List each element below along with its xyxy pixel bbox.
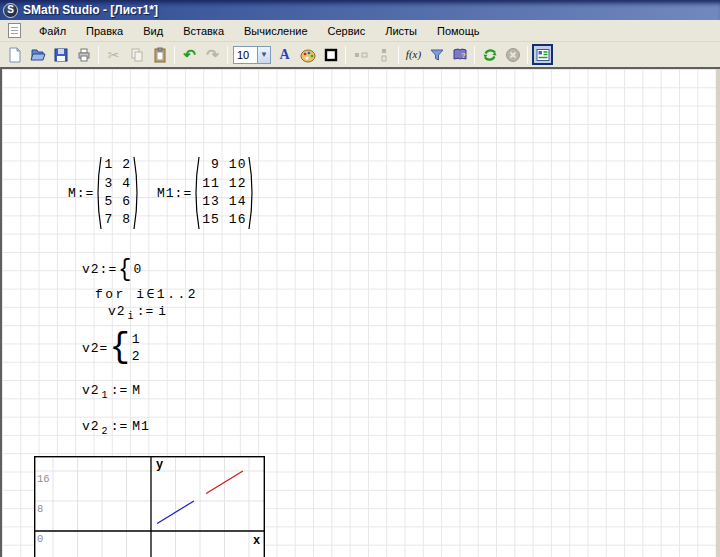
border-button[interactable] (320, 44, 341, 65)
matrix-definition-m[interactable]: M:=12345678 (68, 155, 141, 231)
chevron-down-icon[interactable]: ▼ (257, 47, 270, 63)
font-size-combobox[interactable]: 10 ▼ (233, 46, 271, 64)
redo-button[interactable]: ↷ (202, 44, 223, 65)
print-button[interactable] (73, 44, 94, 65)
program-init-line[interactable]: v2:={0 (82, 257, 142, 282)
menu-item-6[interactable]: Листы (375, 22, 427, 40)
new-file-button[interactable] (4, 44, 25, 65)
matrix-definition-m1[interactable]: M1:=910111213141516 (157, 155, 256, 231)
worksheet-canvas[interactable]: M:=12345678 M1:=910111213141516 v2:={0 f… (0, 67, 720, 557)
undo-icon: ↶ (183, 47, 196, 62)
var-name: v2 (82, 419, 100, 434)
align-horizontal-button[interactable] (350, 44, 371, 65)
align-horizontal-icon (353, 47, 369, 63)
toolbar-separator (345, 46, 346, 64)
align-vertical-button[interactable] (373, 44, 394, 65)
filter-button[interactable] (426, 44, 447, 65)
assign-operator: := (111, 419, 129, 434)
align-vertical-icon (376, 47, 392, 63)
matrix-cell: 11 (202, 175, 220, 193)
title-bar: S SMath Studio - [Лист1*] (0, 0, 720, 20)
paren-right (248, 155, 256, 231)
document-icon[interactable] (8, 23, 21, 38)
assign-element-2[interactable]: v22:=M1 (82, 419, 150, 434)
menu-item-4[interactable]: Вычисление (234, 22, 318, 40)
open-file-button[interactable] (27, 44, 48, 65)
recalculate-icon (482, 47, 498, 63)
program-result-line[interactable]: v2={12 (82, 329, 141, 367)
redo-icon: ↷ (206, 47, 219, 62)
function-icon: f(x) (406, 49, 421, 60)
undo-button[interactable]: ↶ (179, 44, 200, 65)
menu-item-2[interactable]: Вид (133, 22, 173, 40)
filter-funnel-icon (429, 47, 445, 63)
reference-book-button[interactable]: ? (449, 44, 470, 65)
matrix-cell: 6 (122, 193, 131, 211)
paren-left (94, 155, 102, 231)
menu-bar: ФайлПравкаВидВставкаВычислениеСервисЛист… (0, 20, 720, 42)
matrix-cell: 3 (104, 175, 113, 193)
stop-button[interactable] (502, 44, 523, 65)
copy-button[interactable] (126, 44, 147, 65)
assign-operator: := (137, 304, 155, 319)
for-loop-text: for i∈1..2 (95, 287, 198, 302)
svg-text:y: y (156, 458, 163, 472)
print-icon (76, 47, 92, 63)
init-value: 0 (133, 262, 142, 277)
brace: { (109, 328, 130, 368)
result-value: 2 (132, 348, 141, 365)
loop-body-line[interactable]: v2i:=i (108, 304, 167, 319)
background-color-button[interactable] (297, 44, 318, 65)
assign-element-1[interactable]: v21:=M (82, 383, 141, 398)
var-name: v2 (82, 341, 100, 356)
font-color-icon: A (279, 48, 289, 62)
equals-operator: = (100, 341, 109, 356)
matrix-cell: 15 (202, 211, 220, 229)
menu-item-0[interactable]: Файл (29, 22, 76, 40)
matrix-cell: 4 (122, 175, 131, 193)
menu-item-3[interactable]: Вставка (173, 22, 234, 40)
rhs-value: i (158, 304, 167, 319)
paren-left (192, 155, 200, 231)
app-logo-icon: S (3, 3, 18, 18)
var-name: v2 (108, 304, 126, 319)
matrix-cell: 7 (104, 211, 113, 229)
matrix-cell: 14 (229, 193, 247, 211)
border-square-icon (323, 47, 339, 63)
paren-right (133, 155, 141, 231)
matrix-cell: 13 (202, 193, 220, 211)
recalculate-button[interactable] (479, 44, 500, 65)
subscript: i (128, 311, 134, 322)
matrix-cell: 5 (104, 193, 113, 211)
matrix-cell: 10 (229, 156, 247, 174)
assign-operator: := (111, 383, 129, 398)
result-value: 1 (132, 331, 141, 348)
paste-icon (152, 47, 168, 63)
stop-icon (505, 47, 521, 63)
matrix-cell: 9 (202, 156, 220, 174)
font-color-button[interactable]: A (274, 44, 295, 65)
toolbar-separator (227, 46, 228, 64)
reference-book-icon: ? (452, 47, 468, 63)
toolbar-separator (527, 46, 528, 64)
cut-icon: ✂ (108, 48, 120, 62)
insert-function-button[interactable]: f(x) (403, 44, 424, 65)
xy-plot-region[interactable]: -16-808161680-8-16yx (34, 456, 265, 557)
svg-text:x: x (253, 534, 260, 548)
menu-item-5[interactable]: Сервис (318, 22, 376, 40)
palette-icon (300, 47, 316, 63)
side-panel-toggle-button[interactable] (532, 44, 553, 65)
menu-item-1[interactable]: Правка (76, 22, 133, 40)
side-panel-icon (535, 47, 551, 63)
window-title: SMath Studio - [Лист1*] (23, 3, 158, 17)
menu-item-7[interactable]: Помощь (427, 22, 490, 40)
svg-text:0: 0 (37, 533, 43, 545)
for-loop-line[interactable]: for i∈1..2 (95, 286, 198, 302)
matrix-m-name: M (68, 186, 77, 201)
cut-button[interactable]: ✂ (103, 44, 124, 65)
matrix-cell: 2 (122, 156, 131, 174)
paste-button[interactable] (149, 44, 170, 65)
rhs-value: M1 (132, 419, 150, 434)
copy-icon (129, 47, 145, 63)
save-button[interactable] (50, 44, 71, 65)
